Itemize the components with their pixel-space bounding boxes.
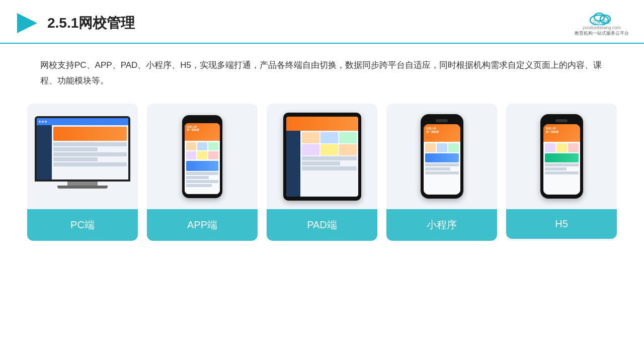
description-text: 网校支持PC、APP、PAD、小程序、H5，实现多端打通，产品各终端自由切换，数… <box>0 44 644 88</box>
card-pad-label: PAD端 <box>267 209 377 241</box>
card-h5: 赶进人的第一堂职课 H5 <box>506 104 617 241</box>
cards-container: PC端 赶进人的第一堂职课 <box>0 88 644 241</box>
card-pc: PC端 <box>27 104 138 241</box>
cloud-logo-icon: 云朵课堂 <box>588 9 616 25</box>
page-title: 2.5.1网校管理 <box>47 14 135 33</box>
card-app-label: APP端 <box>147 209 258 241</box>
h5-phone-mockup: 赶进人的第一堂职课 <box>540 114 583 199</box>
phone-mockup-app: 赶进人的第一堂职课 <box>182 115 222 198</box>
card-pc-label: PC端 <box>27 209 138 241</box>
pc-mockup <box>35 116 130 197</box>
card-pad: PAD端 <box>267 104 377 241</box>
logo-area: 云朵课堂 yunduoketang.com 教育机构一站式服务云平台 <box>575 9 629 37</box>
tablet-mockup <box>283 113 361 201</box>
logo-tagline: 教育机构一站式服务云平台 <box>575 30 629 37</box>
card-app: 赶进人的第一堂职课 <box>147 104 258 241</box>
card-h5-image: 赶进人的第一堂职课 <box>506 104 617 209</box>
card-pad-image <box>267 104 377 209</box>
card-miniprogram-label: 小程序 <box>386 209 497 241</box>
card-miniprogram-image: 赶进人的第一堂职课 <box>386 104 497 209</box>
svg-text:云朵课堂: 云朵课堂 <box>592 20 610 25</box>
header: 2.5.1网校管理 云朵课堂 yunduoketang.com 教育机构一站式服… <box>0 0 644 44</box>
logo-brand: 云朵课堂 <box>588 9 616 25</box>
mini-phone-mockup: 赶进人的第一堂职课 <box>421 114 463 199</box>
card-pc-image <box>27 104 138 209</box>
card-miniprogram: 赶进人的第一堂职课 小程序 <box>386 104 497 241</box>
logo-domain: yunduoketang.com <box>583 25 621 30</box>
svg-marker-0 <box>17 13 37 33</box>
card-h5-label: H5 <box>506 209 617 239</box>
card-app-image: 赶进人的第一堂职课 <box>147 104 258 209</box>
header-left: 2.5.1网校管理 <box>15 11 135 35</box>
play-icon <box>15 11 39 35</box>
